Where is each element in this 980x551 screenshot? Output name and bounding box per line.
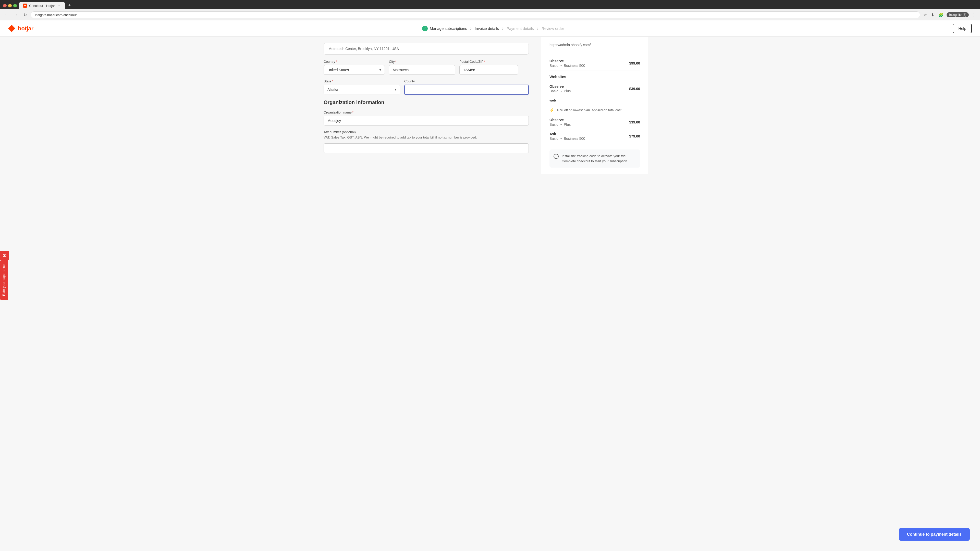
step-review-label: Review order (542, 26, 564, 30)
tax-label: Tax number (optional) (324, 130, 529, 134)
country-select-wrapper: United States ▼ (324, 65, 385, 75)
location-row-1: Country* United States ▼ City* Postal Co… (324, 60, 529, 75)
new-tab-button[interactable]: + (66, 3, 73, 9)
step-manage-label[interactable]: Manage subscriptions (430, 26, 467, 30)
order-row-info-1: Observe Basic → Business 500 (549, 59, 585, 68)
maximize-window-button[interactable] (13, 4, 17, 7)
install-notice-text: Install the tracking code to activate yo… (562, 154, 636, 164)
county-label: County (404, 79, 529, 83)
help-button[interactable]: Help (953, 24, 972, 33)
tab-title: Checkout - Hotjar (29, 4, 55, 8)
download-button[interactable]: ⬇ (930, 11, 935, 18)
tab-close-button[interactable]: × (57, 3, 61, 8)
tab-favicon: H (23, 3, 27, 8)
org-name-row: Organization name* (324, 110, 529, 125)
chevron-icon-1: › (470, 26, 472, 31)
url-text: insights.hotjar.com/checkout (35, 13, 76, 17)
state-select-wrapper: Alaska ▼ (324, 85, 400, 94)
minimize-window-button[interactable] (8, 4, 12, 7)
county-input[interactable] (404, 85, 529, 95)
country-label: Country* (324, 60, 385, 64)
state-group: State* Alaska ▼ (324, 79, 400, 95)
step-manage-subscriptions[interactable]: ✓ Manage subscriptions (422, 26, 467, 32)
step-payment-details: Payment details (507, 26, 534, 30)
forward-button[interactable]: → (12, 11, 19, 18)
org-section-title: Organization information (324, 100, 529, 105)
order-row-observe-business: Observe Basic → Business 500 $99.00 (549, 56, 640, 70)
browser-tab-active[interactable]: H Checkout - Hotjar × (19, 2, 65, 9)
location-row-2: State* Alaska ▼ County (324, 79, 529, 95)
county-group: County (404, 79, 529, 95)
order-row-info-3: Observe Basic → Plus (549, 118, 571, 127)
city-group: City* (389, 60, 455, 75)
reload-button[interactable]: ↻ (21, 11, 29, 18)
order-row-info-2: Observe Basic → Plus (549, 84, 571, 93)
step-check-icon: ✓ (422, 26, 428, 32)
logo-text: hotjar (18, 25, 33, 32)
hotjar-logo: hotjar (8, 25, 33, 32)
org-name-input[interactable] (324, 116, 529, 125)
info-icon: i (554, 154, 558, 159)
order-product-1: Observe (549, 59, 585, 63)
browser-nav: ← → ↻ insights.hotjar.com/checkout ☆ ⬇ 🧩… (0, 9, 980, 21)
postal-input[interactable] (460, 65, 518, 75)
country-select[interactable]: United States (324, 65, 385, 75)
org-name-group: Organization name* (324, 110, 529, 125)
discount-text: 10% off on lowest plan. Applied on total… (557, 108, 622, 112)
chevron-icon-3: › (537, 26, 538, 31)
discount-product-label: web (549, 98, 556, 102)
postal-group: Postal Code/ZIP* (460, 60, 518, 75)
extensions-button[interactable]: 🧩 (937, 11, 945, 18)
app-header: hotjar ✓ Manage subscriptions › Invoice … (0, 21, 980, 37)
order-price-2: $39.00 (629, 87, 640, 91)
order-product-4: Ask (549, 132, 585, 136)
bookmark-button[interactable]: ☆ (922, 11, 928, 18)
country-group: Country* United States ▼ (324, 60, 385, 75)
order-detail-3: Basic → Plus (549, 122, 571, 127)
sidebar-url: https://admin.shopify.com/ (549, 43, 640, 51)
install-tracking-notice: i Install the tracking code to activate … (549, 149, 640, 168)
step-review-order: Review order (542, 26, 564, 30)
order-detail-4: Basic → Business 500 (549, 137, 585, 141)
org-name-label: Organization name* (324, 110, 529, 114)
tax-number-group: Tax number (optional) VAT, Sales Tax, GS… (324, 130, 529, 153)
browser-chrome: H Checkout - Hotjar × + (0, 0, 980, 9)
state-label: State* (324, 79, 400, 83)
more-options-button[interactable]: ⋮ (971, 11, 977, 18)
discount-detail-row: ⚡ 10% off on lowest plan. Applied on tot… (549, 105, 640, 115)
address-bar[interactable]: insights.hotjar.com/checkout (30, 11, 920, 18)
checkout-steps-nav: ✓ Manage subscriptions › Invoice details… (33, 26, 953, 32)
postal-label: Postal Code/ZIP* (460, 60, 518, 64)
order-price-4: $79.00 (629, 134, 640, 138)
incognito-badge: Incognito (3) (947, 12, 969, 17)
state-select[interactable]: Alaska (324, 85, 400, 94)
tab-bar: H Checkout - Hotjar × + (19, 2, 73, 9)
city-input[interactable] (389, 65, 455, 75)
order-price-1: $99.00 (629, 61, 640, 65)
order-detail-2: Basic → Plus (549, 89, 571, 93)
address-text: Metrotech Center, Brooklyn, NY 11201, US… (328, 47, 399, 51)
order-product-3: Observe (549, 118, 571, 122)
form-section: Metrotech Center, Brooklyn, NY 11201, US… (311, 37, 541, 174)
chevron-icon-2: › (502, 26, 504, 31)
step-invoice-label[interactable]: Invoice details (475, 26, 499, 30)
order-product-2: Observe (549, 84, 571, 89)
window-controls (3, 4, 17, 7)
main-layout: Metrotech Center, Brooklyn, NY 11201, US… (311, 37, 669, 174)
discount-row-web: web (549, 96, 640, 105)
order-row-observe-plus-1: Observe Basic → Plus $39.00 (549, 82, 640, 96)
logo-icon (8, 25, 15, 32)
order-price-3: $39.00 (629, 120, 640, 124)
step-payment-label: Payment details (507, 26, 534, 30)
step-invoice-details[interactable]: Invoice details (475, 26, 499, 30)
tax-input[interactable] (324, 143, 529, 153)
back-button[interactable]: ← (3, 11, 10, 18)
order-row-info-4: Ask Basic → Business 500 (549, 132, 585, 141)
close-window-button[interactable] (3, 4, 6, 7)
order-row-ask-business: Ask Basic → Business 500 $79.00 (549, 129, 640, 143)
discount-icon: ⚡ (549, 108, 555, 113)
tax-note: VAT, Sales Tax, GST, ABN. We might be re… (324, 135, 529, 139)
city-label: City* (389, 60, 455, 64)
websites-section-title: Websites (549, 75, 640, 79)
address-preview: Metrotech Center, Brooklyn, NY 11201, US… (324, 43, 529, 55)
